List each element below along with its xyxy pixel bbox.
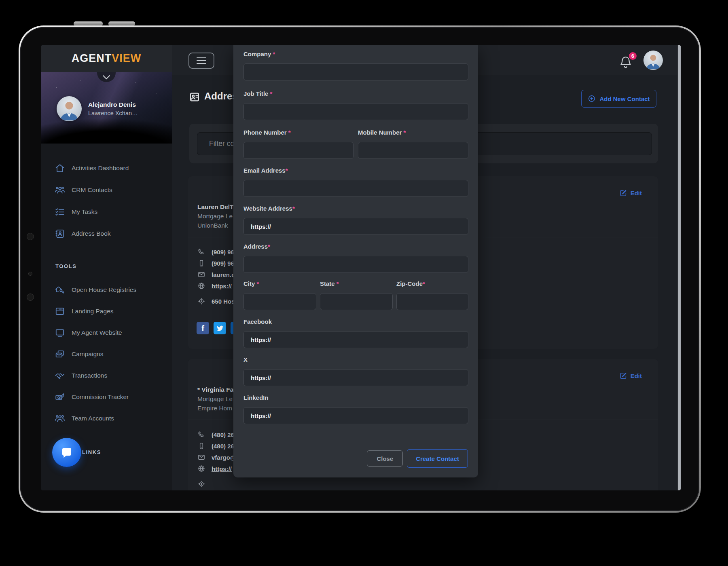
contact-identity: * Virginia Fa Mortgage Le Empire Hom [197, 385, 233, 413]
address-input[interactable] [243, 256, 468, 273]
required-asterisk: * [288, 129, 291, 136]
person-photo-icon [57, 96, 82, 121]
scrollbar-thumb[interactable] [678, 45, 681, 490]
facebook-input[interactable] [243, 331, 468, 348]
sidebar-nav: Activities Dashboard CRM Contacts My Tas… [41, 157, 172, 245]
zip-code-input[interactable] [396, 293, 468, 310]
city-label: City * [243, 280, 316, 288]
commission-icon [55, 392, 65, 402]
contact-identity: Lauren DelT Mortgage Le UnionBank [197, 202, 234, 230]
facebook-label: Facebook [243, 318, 468, 326]
globe-icon [197, 282, 205, 290]
phone-number-input[interactable] [243, 142, 353, 159]
logo-text-primary: AGENT [72, 52, 112, 65]
edit-label: Edit [631, 190, 642, 196]
contact-website-link[interactable]: https:// [212, 465, 232, 472]
tablet-side-dot [27, 233, 34, 240]
address-label: Address* [243, 243, 468, 251]
x-label: X [243, 356, 468, 364]
logo-text-secondary: VIEW [112, 52, 141, 65]
globe-icon [197, 465, 205, 473]
sidebar-item-commission-tracker[interactable]: Commission Tracker [41, 386, 172, 408]
sidebar-item-label: CRM Contacts [72, 186, 112, 194]
profile-company: Lawrence Xchan… [88, 110, 138, 116]
mobile-number-label: Mobile Number * [358, 129, 468, 137]
sidebar-item-label: Transactions [72, 372, 107, 379]
sidebar-item-address-book[interactable]: Address Book [41, 223, 172, 245]
contact-name: Lauren DelT [197, 202, 234, 211]
phone-number-label: Phone Number * [243, 129, 353, 137]
profile-collapse-button[interactable] [97, 72, 116, 82]
sidebar-item-my-tasks[interactable]: My Tasks [41, 201, 172, 223]
required-asterisk: * [257, 280, 259, 287]
sidebar-item-label: Campaigns [72, 351, 103, 358]
edit-pencil-icon [620, 189, 627, 197]
sidebar-item-my-agent-website[interactable]: My Agent Website [41, 322, 172, 343]
email-address-input[interactable] [243, 180, 468, 197]
sidebar-item-activities-dashboard[interactable]: Activities Dashboard [41, 157, 172, 179]
company-input[interactable] [243, 63, 468, 80]
edit-contact-button[interactable]: Edit [620, 189, 642, 197]
open-house-icon [55, 285, 65, 295]
sidebar-item-label: Activities Dashboard [72, 165, 129, 172]
state-input[interactable] [320, 293, 393, 310]
linkedin-input[interactable] [243, 407, 468, 424]
sidebar-item-open-house-registries[interactable]: Open House Registries [41, 279, 172, 300]
sidebar-item-team-accounts[interactable]: Team Accounts [41, 408, 172, 429]
sidebar-item-label: Commission Tracker [72, 393, 129, 401]
modal-actions: Close Create Contact [367, 449, 468, 468]
mobile-number-input[interactable] [358, 142, 468, 159]
phone-icon [197, 248, 205, 256]
sidebar-tools-nav: Open House Registries Landing Pages My A… [41, 279, 172, 429]
sidebar: AGENTVIEW Alejandro Denis Lawrence Xchan… [41, 45, 172, 490]
required-asterisk: * [268, 243, 270, 250]
add-new-contact-button[interactable]: Add New Contact [581, 90, 656, 108]
state-label: State * [320, 280, 393, 288]
chevron-down-icon [102, 75, 110, 80]
required-asterisk: * [286, 167, 288, 174]
email-address-label: Email Address* [243, 167, 468, 175]
contact-name: * Virginia Fa [197, 385, 233, 394]
website-address-input[interactable] [243, 218, 468, 235]
mobile-icon [197, 259, 205, 267]
app-screen: AGENTVIEW Alejandro Denis Lawrence Xchan… [41, 45, 681, 490]
address-book-title-icon [189, 91, 200, 103]
x-input[interactable] [243, 369, 468, 386]
menu-toggle-button[interactable] [188, 53, 214, 69]
company-label: Company * [243, 50, 468, 58]
notification-badge: 6 [628, 51, 637, 61]
page-scrollbar[interactable] [677, 45, 681, 490]
edit-label: Edit [631, 372, 642, 379]
person-photo-icon [643, 51, 663, 70]
chat-widget-button[interactable] [52, 438, 81, 467]
twitter-icon[interactable] [214, 322, 226, 334]
profile-name: Alejandro Denis [88, 101, 136, 108]
monitor-icon [55, 327, 65, 338]
user-profile-panel: Alejandro Denis Lawrence Xchan… [41, 72, 172, 144]
contact-role: Mortgage Le [197, 394, 233, 403]
notifications-button[interactable]: 6 [618, 54, 643, 73]
linkedin-label: LinkedIn [243, 394, 468, 402]
sidebar-item-crm-contacts[interactable]: CRM Contacts [41, 179, 172, 201]
handshake-icon [55, 370, 65, 381]
tablet-side-mark [28, 272, 32, 276]
job-title-input[interactable] [243, 103, 468, 120]
facebook-icon[interactable]: f [197, 322, 209, 334]
app-logo: AGENTVIEW [41, 45, 172, 72]
contact-role: Mortgage Le [197, 211, 234, 221]
create-contact-button[interactable]: Create Contact [407, 449, 468, 468]
close-button[interactable]: Close [367, 450, 403, 467]
account-avatar[interactable] [643, 51, 663, 70]
sidebar-item-transactions[interactable]: Transactions [41, 365, 172, 386]
profile-avatar[interactable] [57, 96, 82, 121]
sidebar-item-campaigns[interactable]: Campaigns [41, 343, 172, 365]
website-address-label: Website Address* [243, 205, 468, 213]
sidebar-item-label: My Tasks [72, 208, 97, 215]
city-input[interactable] [243, 293, 316, 310]
sidebar-item-landing-pages[interactable]: Landing Pages [41, 300, 172, 322]
envelope-icon [197, 270, 205, 279]
edit-contact-button[interactable]: Edit [620, 372, 642, 380]
location-target-icon [197, 297, 205, 305]
envelope-icon [197, 453, 205, 461]
contact-website-link[interactable]: https:// [212, 283, 232, 289]
